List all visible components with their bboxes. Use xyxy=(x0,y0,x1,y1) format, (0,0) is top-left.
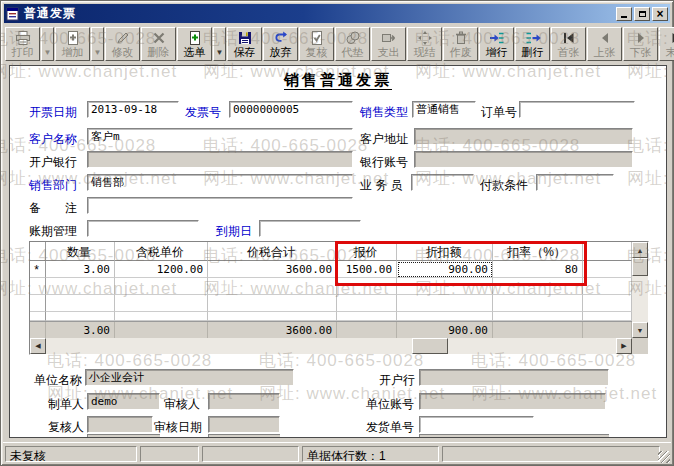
invoice-no-input[interactable]: 0000000005 xyxy=(229,101,353,118)
total-discount_amount: 900.00 xyxy=(397,322,493,338)
cell-qty[interactable] xyxy=(46,295,115,312)
toolbar-review-button[interactable]: 复核 xyxy=(299,27,334,61)
payment-terms-input[interactable] xyxy=(536,174,614,191)
toolbar-advance-button[interactable]: 代垫 xyxy=(335,27,370,61)
toolbar-save-button[interactable]: 保存 xyxy=(227,27,262,61)
table-scroll-up-button[interactable]: ▲ xyxy=(632,242,648,258)
resize-grip[interactable] xyxy=(658,451,670,463)
toolbar-print-label: 打印 xyxy=(12,46,34,58)
table-hscrollbar[interactable] xyxy=(46,338,616,354)
status-review-state: 未复核 xyxy=(5,446,137,462)
minimize-button[interactable] xyxy=(616,7,632,21)
cell-price_tax_total[interactable] xyxy=(208,278,337,295)
toolbar-add-row-button[interactable]: 增行 xyxy=(479,27,514,61)
toolbar-add-button[interactable]: 增加 xyxy=(55,27,90,61)
column-header-discount_rate[interactable]: 扣率（%） xyxy=(493,242,583,261)
toolbar-add-dropdown[interactable]: ▼ xyxy=(91,27,104,61)
toolbar-next-label: 下张 xyxy=(630,46,652,58)
order-no-input[interactable] xyxy=(519,101,635,118)
clipped-field xyxy=(208,434,280,437)
toolbar-last-button[interactable]: 末张 xyxy=(659,27,674,61)
cell-tax_unit_price[interactable]: 1200.00 xyxy=(115,261,208,278)
add-doc-icon xyxy=(65,30,81,46)
cell-filler[interactable] xyxy=(583,261,632,278)
column-header-price_tax_total[interactable]: 价税合计 xyxy=(208,242,337,261)
audit-date-input xyxy=(208,416,280,433)
memo-input[interactable] xyxy=(87,197,353,214)
column-header-sel[interactable] xyxy=(30,242,46,261)
cell-filler[interactable] xyxy=(583,295,632,312)
toolbar-modify-button[interactable]: 修改 xyxy=(105,27,140,61)
cell-tax_unit_price[interactable] xyxy=(115,278,208,295)
toolbar-delete-button[interactable]: 删除 xyxy=(141,27,176,61)
table-scroll-right-button[interactable]: ▶ xyxy=(616,338,632,354)
cell-quote[interactable] xyxy=(337,278,397,295)
cell-price_tax_total[interactable]: 3600.00 xyxy=(208,261,337,278)
cell-filler[interactable] xyxy=(583,278,632,295)
cell-qty[interactable] xyxy=(46,278,115,295)
column-header-tax_unit_price[interactable]: 含税单价 xyxy=(115,242,208,261)
table-vscroll-thumb[interactable] xyxy=(632,258,648,276)
status-row-count: 单据体行数：1 xyxy=(302,446,439,462)
toolbar-delete-row-button[interactable]: 删行 xyxy=(515,27,550,61)
credit-period-input[interactable] xyxy=(87,220,199,237)
memo-label: 备 注 xyxy=(29,200,77,217)
toolbar-next-button[interactable]: 下张 xyxy=(623,27,658,61)
toolbar-delete-row-label: 删行 xyxy=(522,46,544,58)
printer-icon xyxy=(15,30,31,46)
column-header-filler[interactable] xyxy=(583,242,632,261)
table-scroll-left-button[interactable]: ◀ xyxy=(30,338,46,354)
toolbar-print-dropdown[interactable]: ▼ xyxy=(41,27,54,61)
cell-discount_amount[interactable]: 900.00 xyxy=(397,261,493,278)
toolbar-save-label: 保存 xyxy=(234,46,256,58)
cell-quote[interactable]: 1500.00 xyxy=(337,261,397,278)
cell-discount_amount[interactable] xyxy=(397,278,493,295)
cell-sel[interactable] xyxy=(30,278,46,295)
table-hscroll-thumb[interactable] xyxy=(412,338,448,354)
undo-icon xyxy=(273,30,289,46)
toolbar-cash-settle-button[interactable]: 现结 xyxy=(407,27,442,61)
toolbar-select-order-button[interactable]: 选单 xyxy=(177,27,212,61)
salesman-input[interactable] xyxy=(411,174,474,191)
toolbar-cash-settle-label: 现结 xyxy=(414,46,436,58)
cell-discount_rate[interactable] xyxy=(493,278,583,295)
cell-qty[interactable]: 3.00 xyxy=(46,261,115,278)
sales-dept-input[interactable]: 销售部 xyxy=(87,174,353,191)
column-header-qty[interactable]: 数量 xyxy=(46,242,115,261)
invoice-date-input[interactable]: 2013-09-18 xyxy=(87,101,179,118)
opening-bank-input xyxy=(87,151,353,168)
cell-sel[interactable] xyxy=(30,295,46,312)
toolbar-prev-button[interactable]: 上张 xyxy=(587,27,622,61)
toolbar-print-button[interactable]: 打印 xyxy=(5,27,40,61)
table-scroll-down-button[interactable]: ▼ xyxy=(632,322,648,338)
status-panel xyxy=(140,446,199,462)
totals-selector xyxy=(30,322,46,338)
cell-discount_rate[interactable] xyxy=(493,295,583,312)
cell-discount_amount[interactable] xyxy=(397,295,493,312)
cell-quote[interactable] xyxy=(337,295,397,312)
toolbar-void-button[interactable]: 作废 xyxy=(443,27,478,61)
row-selector[interactable]: * xyxy=(30,261,46,278)
bank-account-label: 银行账号 xyxy=(360,154,408,171)
toolbar-first-button[interactable]: 首张 xyxy=(551,27,586,61)
due-date-input[interactable] xyxy=(259,220,361,237)
cell-filler xyxy=(583,312,632,321)
total-filler xyxy=(583,322,632,338)
opening-bank-label: 开户银行 xyxy=(29,154,77,171)
toolbar-discard-button[interactable]: 放弃 xyxy=(263,27,298,61)
close-button[interactable]: × xyxy=(652,7,668,21)
column-header-quote[interactable]: 报价 xyxy=(337,242,397,261)
status-panel xyxy=(202,446,299,462)
sale-type-input[interactable]: 普通销售 xyxy=(412,101,476,118)
toolbar-select-order-dropdown[interactable]: ▼ xyxy=(213,27,226,61)
delivery-no-input[interactable] xyxy=(419,416,534,433)
total-price_tax_total: 3600.00 xyxy=(208,322,337,338)
toolbar-void-label: 作废 xyxy=(450,46,472,58)
cell-tax_unit_price[interactable] xyxy=(115,295,208,312)
cell-price_tax_total[interactable] xyxy=(208,295,337,312)
column-header-discount_amount[interactable]: 折扣额 xyxy=(397,242,493,261)
customer-name-input[interactable]: 客户m xyxy=(87,128,353,145)
toolbar-expense-button[interactable]: 支出 xyxy=(371,27,406,61)
maximize-button[interactable] xyxy=(634,7,650,21)
cell-discount_rate[interactable]: 80 xyxy=(493,261,583,278)
